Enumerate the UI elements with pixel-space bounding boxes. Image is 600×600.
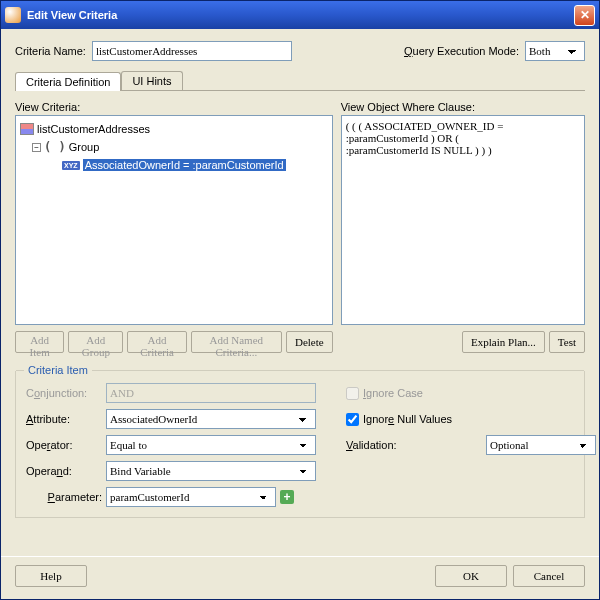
view-object-icon xyxy=(20,123,34,135)
tab-ui-hints[interactable]: UI Hints xyxy=(121,71,182,90)
titlebar: Edit View Criteria ✕ xyxy=(1,1,599,29)
where-clause-label: View Object Where Clause: xyxy=(341,101,585,113)
attribute-label: Attribute: xyxy=(26,413,106,425)
criteria-name-label: Criteria Name: xyxy=(15,45,86,57)
close-icon[interactable]: ✕ xyxy=(574,5,595,26)
group-icon: ( ) xyxy=(44,140,66,154)
tree-item-label: AssociatedOwnerId = :paramCustomerId xyxy=(83,159,286,171)
qem-select[interactable]: Both xyxy=(525,41,585,61)
window-title: Edit View Criteria xyxy=(27,9,117,21)
delete-button[interactable]: Delete xyxy=(286,331,333,353)
ignore-null-check[interactable]: Ignore Null Values xyxy=(346,413,486,426)
criteria-item-title: Criteria Item xyxy=(24,364,92,376)
app-icon xyxy=(5,7,21,23)
operator-label: Operator: xyxy=(26,439,106,451)
where-clause-box: ( ( ( ASSOCIATED_OWNER_ID = :paramCustom… xyxy=(341,115,585,325)
ok-button[interactable]: OK xyxy=(435,565,507,587)
conjunction-select: AND xyxy=(106,383,316,403)
parameter-select[interactable]: paramCustomerId xyxy=(106,487,276,507)
operator-select[interactable]: Equal to xyxy=(106,435,316,455)
add-group-button: Add Group xyxy=(68,331,123,353)
ignore-null-checkbox[interactable] xyxy=(346,413,359,426)
ignore-case-checkbox xyxy=(346,387,359,400)
criteria-item-group: Criteria Item Conjunction: AND Ignore Ca… xyxy=(15,371,585,518)
help-button[interactable]: Help xyxy=(15,565,87,587)
explain-plan-button[interactable]: Explain Plan... xyxy=(462,331,545,353)
add-parameter-icon[interactable]: + xyxy=(280,490,294,504)
tab-criteria-definition[interactable]: Criteria Definition xyxy=(15,72,121,91)
validation-label: Validation: xyxy=(346,439,486,451)
conjunction-label: Conjunction: xyxy=(26,387,106,399)
attribute-select[interactable]: AssociatedOwnerId xyxy=(106,409,316,429)
validation-select[interactable]: Optional xyxy=(486,435,596,455)
tree-group[interactable]: − ( ) Group xyxy=(20,138,328,156)
parameter-label: Parameter: xyxy=(26,491,106,503)
criteria-name-input[interactable] xyxy=(92,41,292,61)
add-named-criteria-button: Add Named Criteria... xyxy=(191,331,282,353)
where-clause-text: ( ( ( ASSOCIATED_OWNER_ID = :paramCustom… xyxy=(346,120,580,156)
add-item-button: Add Item xyxy=(15,331,64,353)
collapse-icon[interactable]: − xyxy=(32,143,41,152)
add-criteria-button: Add Criteria xyxy=(127,331,186,353)
tabs: Criteria Definition UI Hints xyxy=(15,71,585,91)
ignore-case-check: Ignore Case xyxy=(346,387,486,400)
cancel-button[interactable]: Cancel xyxy=(513,565,585,587)
qem-label: Query Execution Mode: xyxy=(404,45,519,57)
tree-root[interactable]: listCustomerAddresses xyxy=(20,120,328,138)
view-criteria-label: View Criteria: xyxy=(15,101,333,113)
operand-select[interactable]: Bind Variable xyxy=(106,461,316,481)
tree-item[interactable]: XYZ AssociatedOwnerId = :paramCustomerId xyxy=(20,156,328,174)
item-icon: XYZ xyxy=(62,161,80,170)
operand-label: Operand: xyxy=(26,465,106,477)
view-criteria-tree[interactable]: listCustomerAddresses − ( ) Group XYZ As… xyxy=(15,115,333,325)
test-button[interactable]: Test xyxy=(549,331,585,353)
